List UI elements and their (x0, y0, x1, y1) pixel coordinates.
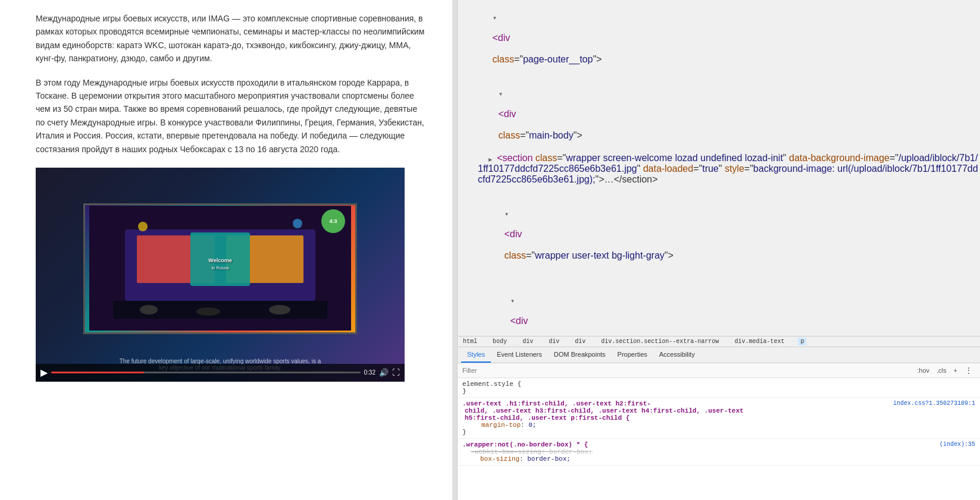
filter-input[interactable] (462, 367, 915, 374)
dom-line[interactable]: <section class="wrapper screen-welcome l… (458, 152, 980, 185)
cls-button[interactable]: .cls (934, 366, 949, 375)
image-screen-content: Welcome to Russia (83, 200, 357, 338)
filter-bar: :hov .cls + ⋮ (458, 363, 980, 378)
tree-toggle[interactable] (498, 87, 504, 98)
css-element-style: element.style { } (458, 378, 980, 398)
svg-point-12 (293, 219, 302, 228)
css-source[interactable]: index.css?1.350273189:1 (893, 400, 975, 407)
tab-dom-breakpoints[interactable]: DOM Breakpoints (548, 347, 612, 363)
svg-text:to Russia: to Russia (211, 266, 228, 270)
article-paragraph-2: В этом году Международные игры боевых ис… (36, 76, 428, 156)
play-icon[interactable]: ▶ (40, 367, 48, 378)
image-screen: Welcome to Russia (83, 203, 357, 334)
time-display: 0:32 (364, 369, 375, 376)
tab-properties[interactable]: Properties (612, 347, 653, 363)
devtools-panel: <div class="page-outer__top"> <div class… (457, 0, 980, 500)
dom-line[interactable]: <div class="wrapper user-text bg-light-g… (458, 185, 980, 272)
tree-toggle[interactable] (489, 153, 494, 163)
svg-point-9 (196, 307, 220, 316)
dom-line[interactable]: <div class="page-outer__top"> (458, 0, 980, 76)
breadcrumb-bar: html body div div div div.section.sectio… (458, 336, 980, 347)
article-paragraph-1: Международные игры боевых искусств, или … (36, 12, 428, 65)
breadcrumb-media-text[interactable]: div.media-text (732, 338, 786, 345)
dom-line[interactable]: <div class="main-body"> (458, 76, 980, 152)
svg-point-11 (138, 222, 148, 231)
add-style-button[interactable]: + (951, 366, 960, 375)
article-panel: Международные игры боевых искусств, или … (0, 0, 452, 500)
panel-divider[interactable] (452, 0, 457, 500)
svg-point-8 (140, 305, 158, 315)
breadcrumb-html[interactable]: html (461, 338, 479, 345)
image-badge: 4:3 (321, 209, 345, 233)
css-wrapper-rule: .wrapper:not(.no-border-box) * { (index)… (458, 439, 980, 466)
image-bg: Welcome to Russia 4:3 (36, 168, 405, 382)
more-options-button[interactable]: ⋮ (962, 365, 975, 376)
hov-button[interactable]: :hov (915, 366, 932, 375)
volume-icon[interactable]: 🔊 (379, 368, 389, 377)
svg-point-10 (269, 305, 290, 315)
fullscreen-icon[interactable]: ⛶ (392, 368, 400, 377)
breadcrumb-section[interactable]: div.section.section--extra-narrow (599, 338, 721, 345)
tree-toggle[interactable] (510, 294, 516, 305)
breadcrumb-p[interactable]: p (798, 338, 806, 345)
breadcrumb-div3[interactable]: div (573, 338, 587, 345)
tree-toggle[interactable] (504, 207, 510, 218)
css-source-index[interactable]: (index):35 (940, 441, 975, 448)
breadcrumb-div1[interactable]: div (521, 338, 535, 345)
css-selector: .user-text .h1:first-child, .user-text h… (462, 400, 651, 407)
tab-accessibility[interactable]: Accessibility (653, 347, 701, 363)
styles-panel: :hov .cls + ⋮ element.style { } .user-te… (458, 363, 980, 500)
svg-text:Welcome: Welcome (208, 257, 231, 263)
breadcrumb-body[interactable]: body (491, 338, 509, 345)
tab-event-listeners[interactable]: Event Listeners (491, 347, 548, 363)
css-user-text-rule: .user-text .h1:first-child, .user-text h… (458, 398, 980, 439)
dom-line[interactable]: <div class="section section--extra-narro… (458, 272, 980, 336)
tab-styles[interactable]: Styles (461, 347, 491, 363)
breadcrumb-div2[interactable]: div (547, 338, 561, 345)
tree-toggle[interactable] (492, 11, 498, 22)
dom-tree-area: <div class="page-outer__top"> <div class… (458, 0, 980, 336)
article-image: Welcome to Russia 4:3 (36, 168, 405, 382)
devtools-tabs: Styles Event Listeners DOM Breakpoints P… (458, 347, 980, 363)
css-selector-wrapper: .wrapper:not(.no-border-box) * { (462, 441, 588, 448)
dom-tree-scroll[interactable]: <div class="page-outer__top"> <div class… (458, 0, 980, 336)
